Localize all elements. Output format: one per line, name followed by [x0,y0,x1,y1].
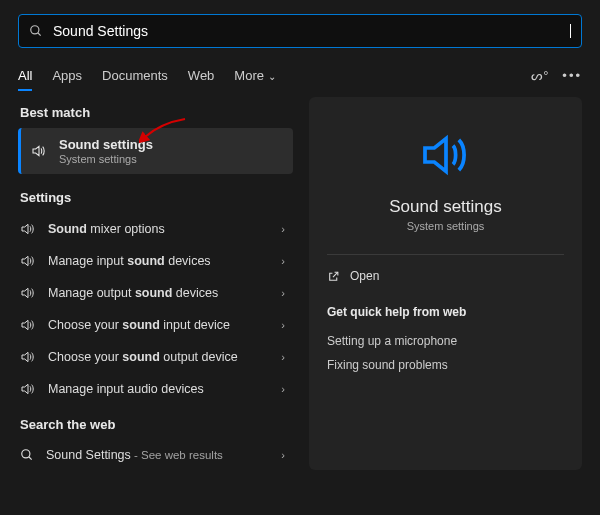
settings-header: Settings [20,190,293,205]
quick-settings-icon[interactable]: ⁠ᔕ° [531,68,548,83]
detail-title: Sound settings [327,197,564,217]
speaker-icon [20,349,36,365]
settings-item-output-sound[interactable]: Manage output sound devices › [18,277,293,309]
tab-documents[interactable]: Documents [102,64,168,87]
best-match-title: Sound settings [59,137,153,152]
search-input[interactable] [47,21,570,41]
quick-link-mic[interactable]: Setting up a microphone [327,329,564,353]
settings-item-choose-input[interactable]: Choose your sound input device › [18,309,293,341]
svg-line-3 [29,457,32,460]
svg-point-2 [22,450,30,458]
tab-all[interactable]: All [18,64,32,91]
best-match-result[interactable]: Sound settings System settings [18,128,293,174]
detail-hero-icon [327,127,564,183]
search-icon [20,448,34,462]
svg-line-1 [38,33,41,36]
svg-point-0 [31,26,39,34]
chevron-right-icon: › [281,449,285,461]
chevron-right-icon: › [281,351,285,363]
tab-web[interactable]: Web [188,64,215,87]
quick-link-sound-problems[interactable]: Fixing sound problems [327,353,564,377]
filter-tabs: All Apps Documents Web More ⌄ ⁠ᔕ° ••• [18,64,582,87]
chevron-right-icon: › [281,223,285,235]
more-options-icon[interactable]: ••• [562,68,582,83]
open-icon [327,270,340,283]
best-match-subtitle: System settings [59,153,153,165]
web-result-item[interactable]: Sound Settings - See web results › [18,440,293,470]
chevron-down-icon: ⌄ [268,71,276,82]
speaker-icon [20,253,36,269]
speaker-icon [20,381,36,397]
open-action[interactable]: Open [327,263,564,289]
speaker-icon [31,143,47,159]
speaker-icon [20,317,36,333]
settings-item-input-audio[interactable]: Manage input audio devices › [18,373,293,405]
speaker-icon [20,221,36,237]
chevron-right-icon: › [281,255,285,267]
settings-item-mixer[interactable]: Sound mixer options › [18,213,293,245]
quick-help-header: Get quick help from web [327,305,564,319]
detail-subtitle: System settings [327,220,564,232]
chevron-right-icon: › [281,383,285,395]
tab-more[interactable]: More ⌄ [234,64,275,87]
best-match-header: Best match [20,105,293,120]
text-caret [570,24,571,38]
tab-apps[interactable]: Apps [52,64,82,87]
chevron-right-icon: › [281,287,285,299]
results-pane: Best match Sound settings System setting… [18,97,309,470]
speaker-icon [20,285,36,301]
search-bar[interactable] [18,14,582,48]
detail-pane: Sound settings System settings Open Get … [309,97,582,470]
search-icon [29,24,43,38]
chevron-right-icon: › [281,319,285,331]
separator [327,254,564,255]
search-web-header: Search the web [20,417,293,432]
settings-item-input-sound[interactable]: Manage input sound devices › [18,245,293,277]
settings-item-choose-output[interactable]: Choose your sound output device › [18,341,293,373]
